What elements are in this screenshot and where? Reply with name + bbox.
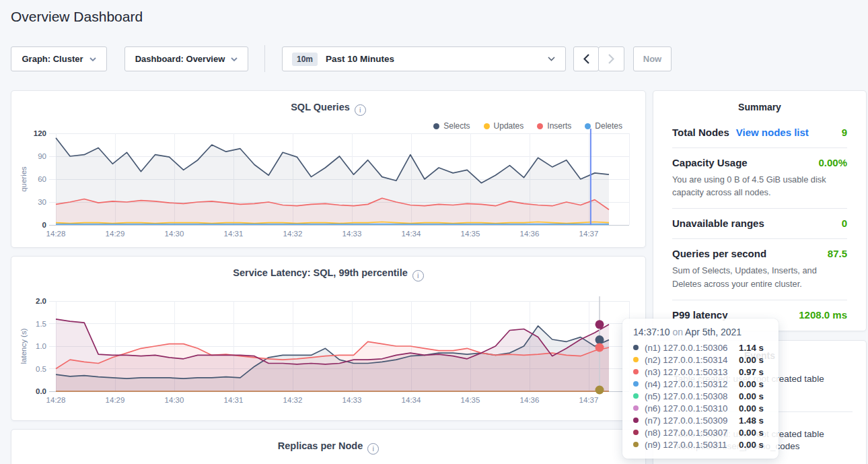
svg-text:14:29: 14:29 (106, 396, 125, 404)
summary-stat-left: Capacity Usage (672, 157, 748, 168)
time-range-label: Past 10 Minutes (326, 54, 394, 64)
legend-dot-icon (484, 123, 490, 129)
chevron-down-icon (231, 57, 238, 61)
svg-text:0.5: 0.5 (36, 365, 46, 373)
event-row-line: Table created: user root created table (674, 428, 853, 440)
chevron-down-icon (548, 57, 555, 61)
summary-stat: Capacity Usage0.00%You are using 0 B of … (672, 148, 847, 209)
svg-text:14:36: 14:36 (520, 396, 540, 404)
summary-stat-head: Unavailable ranges0 (672, 218, 847, 229)
events-title: Events (653, 341, 866, 361)
chart-title-text: SQL Queries (291, 102, 350, 112)
svg-text:latency (s): latency (s) (20, 328, 28, 364)
svg-text:14:34: 14:34 (402, 230, 421, 238)
view-nodes-link[interactable]: View nodes list (736, 127, 809, 138)
now-button[interactable]: Now (633, 46, 672, 71)
event-row-line: movr.public.user_promo_codes (674, 440, 853, 453)
svg-text:14:37: 14:37 (579, 396, 599, 404)
summary-stat-value: 87.5 (828, 248, 847, 259)
summary-stat: Total NodesView nodes list9 (672, 118, 847, 148)
time-next-button[interactable] (598, 46, 624, 71)
summary-stat-left: Queries per second (672, 248, 766, 259)
legend-item-label: Deletes (595, 121, 622, 131)
dashboard-dropdown-label: Dashboard: Overview (135, 54, 225, 64)
sql-queries-card: SQL Queries SelectsUpdatesInsertsDeletes… (11, 90, 646, 248)
svg-text:14:33: 14:33 (342, 396, 362, 404)
dashboard-dropdown[interactable]: Dashboard: Overview (124, 46, 248, 71)
summary-stat: Unavailable ranges0 (672, 209, 847, 239)
svg-text:2.0: 2.0 (36, 297, 46, 305)
summary-stat-head: Capacity Usage0.00% (672, 157, 847, 168)
legend-item-label: Updates (494, 121, 524, 131)
svg-text:60: 60 (38, 175, 46, 183)
svg-text:14:36: 14:36 (520, 230, 540, 238)
svg-text:14:28: 14:28 (46, 230, 66, 238)
svg-text:14:32: 14:32 (283, 230, 303, 238)
event-row[interactable]: Table created: user root created tablemo… (674, 412, 853, 453)
page-title: Overview Dashboard (11, 9, 143, 25)
svg-text:1.0: 1.0 (36, 342, 46, 350)
time-prev-button[interactable] (573, 46, 599, 71)
svg-text:14:31: 14:31 (224, 396, 244, 404)
svg-text:120: 120 (34, 129, 46, 137)
legend-item[interactable]: Selects (433, 121, 470, 131)
summary-stat-value: 1208.0 ms (799, 309, 847, 321)
summary-stat-left: Total NodesView nodes list (672, 127, 809, 138)
svg-text:14:30: 14:30 (165, 396, 184, 404)
svg-text:90: 90 (38, 152, 46, 160)
legend-dot-icon (585, 123, 591, 129)
legend-item-label: Inserts (547, 121, 571, 131)
summary-stat-value: 0 (842, 218, 847, 229)
svg-text:14:30: 14:30 (165, 230, 184, 238)
svg-text:0.0: 0.0 (36, 387, 46, 395)
events-panel: Events Table created: user root created … (653, 340, 867, 464)
summary-stat-label: P99 latency (672, 309, 728, 321)
time-range-badge: 10m (292, 53, 318, 66)
summary-stat-label: Queries per second (672, 248, 766, 259)
graph-dropdown[interactable]: Graph: Cluster (11, 46, 107, 71)
controls-divider (264, 45, 265, 72)
info-icon[interactable] (355, 104, 366, 116)
svg-text:14:28: 14:28 (46, 396, 66, 404)
info-icon[interactable] (367, 443, 379, 455)
replicas-per-node-title: Replicas per Node (11, 430, 645, 455)
chart-title-text: Replicas per Node (278, 440, 363, 451)
chevron-left-icon (583, 54, 589, 64)
svg-text:0: 0 (42, 221, 46, 229)
info-icon[interactable] (412, 270, 424, 281)
event-row[interactable]: Table created: user root created table (674, 368, 853, 412)
service-latency-title: Service Latency: SQL, 99th percentile (11, 257, 645, 281)
chevron-right-icon (608, 54, 614, 64)
chart-title-text: Service Latency: SQL, 99th percentile (233, 267, 408, 278)
time-range-selector[interactable]: 10m Past 10 Minutes (282, 46, 566, 71)
svg-text:30: 30 (38, 198, 46, 206)
sql-queries-title: SQL Queries (11, 91, 645, 116)
summary-stat: P99 latency1208.0 ms (672, 300, 847, 330)
summary-stat-label: Total Nodes (672, 127, 729, 138)
summary-panel: Summary Total NodesView nodes list9Capac… (653, 90, 867, 331)
svg-text:14:31: 14:31 (224, 230, 244, 238)
summary-stat-head: Total NodesView nodes list9 (672, 127, 847, 138)
service-latency-card: Service Latency: SQL, 99th percentile 0.… (11, 256, 646, 421)
summary-stat-label: Capacity Usage (672, 157, 748, 168)
svg-text:14:33: 14:33 (342, 230, 362, 238)
svg-text:14:29: 14:29 (106, 230, 125, 238)
svg-text:14:35: 14:35 (461, 230, 480, 238)
replicas-per-node-card: Replicas per Node (11, 429, 646, 464)
legend-item[interactable]: Updates (484, 121, 524, 131)
svg-text:1.5: 1.5 (36, 320, 46, 328)
legend-item[interactable]: Deletes (585, 121, 622, 131)
event-row-line: Table created: user root created table (674, 373, 853, 385)
summary-stat-left: P99 latency (672, 309, 728, 321)
events-rows: Table created: user root created tableTa… (674, 368, 853, 453)
summary-stat-label: Unavailable ranges (672, 218, 764, 229)
legend-dot-icon (433, 123, 439, 129)
legend-item[interactable]: Inserts (537, 121, 571, 131)
sql-queries-legend: SelectsUpdatesInsertsDeletes (433, 121, 622, 131)
svg-text:14:32: 14:32 (283, 396, 303, 404)
svg-text:14:37: 14:37 (579, 230, 599, 238)
summary-title: Summary (653, 91, 866, 118)
svg-text:14:34: 14:34 (402, 396, 421, 404)
summary-stat-left: Unavailable ranges (672, 218, 764, 229)
svg-text:14:35: 14:35 (461, 396, 480, 404)
